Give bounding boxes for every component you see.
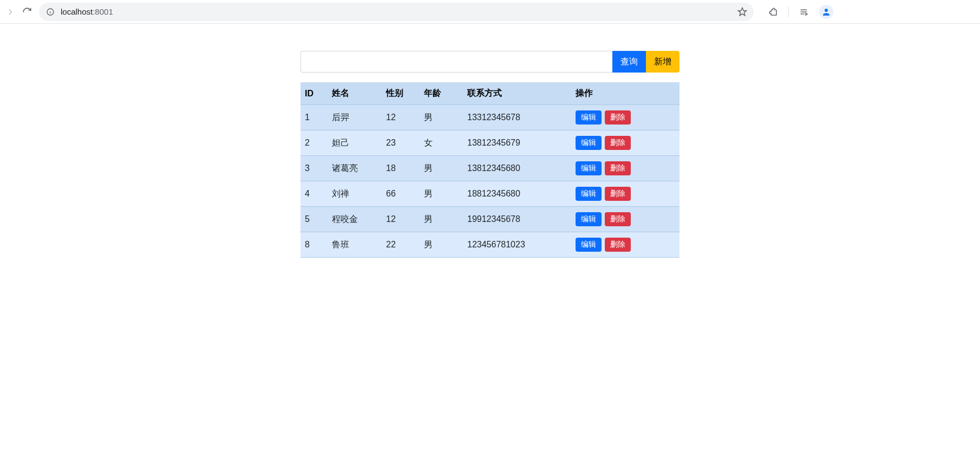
edit-button[interactable]: 编辑 [576, 136, 602, 150]
delete-button[interactable]: 删除 [605, 187, 631, 201]
col-actions-header: 操作 [571, 82, 680, 105]
cell-actions: 编辑删除 [571, 232, 680, 258]
edit-button[interactable]: 编辑 [576, 161, 602, 175]
cell-contact: 13312345678 [463, 105, 571, 130]
table-header: ID 姓名 性别 年龄 联系方式 操作 [300, 82, 680, 105]
cell-actions: 编辑删除 [571, 181, 680, 207]
site-info-icon[interactable] [45, 7, 55, 17]
edit-button[interactable]: 编辑 [576, 238, 602, 252]
cell-id: 5 [300, 207, 328, 232]
address-bar[interactable]: localhost:8001 [39, 3, 754, 21]
cell-age: 男 [420, 156, 463, 181]
cell-gender: 18 [382, 156, 420, 181]
cell-contact: 123456781023 [463, 232, 571, 258]
table-row: 1后羿12男13312345678编辑删除 [300, 105, 680, 130]
search-bar: 查询 新增 [300, 51, 680, 73]
bookmark-star-icon[interactable] [737, 7, 747, 17]
cell-name: 诸葛亮 [328, 156, 382, 181]
cell-gender: 12 [382, 105, 420, 130]
cell-actions: 编辑删除 [571, 130, 680, 156]
reload-button[interactable] [22, 6, 32, 17]
cell-name: 鲁班 [328, 232, 382, 258]
cell-id: 2 [300, 130, 328, 156]
table-row: 5程咬金12男19912345678编辑删除 [300, 207, 680, 232]
table-row: 4刘禅66男18812345680编辑删除 [300, 181, 680, 207]
query-button[interactable]: 查询 [612, 51, 646, 73]
browser-toolbar: localhost:8001 [0, 0, 980, 24]
cell-name: 程咬金 [328, 207, 382, 232]
table-row: 3诸葛亮18男13812345680编辑删除 [300, 156, 680, 181]
forward-button[interactable] [5, 7, 15, 17]
cell-actions: 编辑删除 [571, 105, 680, 130]
col-id-header: ID [300, 82, 328, 105]
profile-avatar[interactable] [819, 5, 833, 19]
toolbar-separator [788, 6, 789, 17]
cell-contact: 18812345680 [463, 181, 571, 207]
delete-button[interactable]: 删除 [605, 161, 631, 175]
cell-gender: 12 [382, 207, 420, 232]
cell-contact: 13812345679 [463, 130, 571, 156]
delete-button[interactable]: 删除 [605, 238, 631, 252]
cell-name: 妲己 [328, 130, 382, 156]
cell-contact: 19912345678 [463, 207, 571, 232]
cell-age: 男 [420, 207, 463, 232]
cell-actions: 编辑删除 [571, 207, 680, 232]
table-row: 2妲己23女13812345679编辑删除 [300, 130, 680, 156]
col-gender-header: 性别 [382, 82, 420, 105]
browser-toolbar-actions [760, 5, 837, 19]
edit-button[interactable]: 编辑 [576, 110, 602, 125]
col-name-header: 姓名 [328, 82, 382, 105]
cell-name: 后羿 [328, 105, 382, 130]
cell-gender: 23 [382, 130, 420, 156]
main-container: 查询 新增 ID 姓名 性别 年龄 联系方式 操作 1后羿12男13312345… [300, 51, 680, 258]
col-age-header: 年龄 [420, 82, 463, 105]
cell-gender: 22 [382, 232, 420, 258]
cell-id: 8 [300, 232, 328, 258]
cell-actions: 编辑删除 [571, 156, 680, 181]
delete-button[interactable]: 删除 [605, 212, 631, 226]
data-table: ID 姓名 性别 年龄 联系方式 操作 1后羿12男13312345678编辑删… [300, 82, 680, 258]
col-contact-header: 联系方式 [463, 82, 571, 105]
edit-button[interactable]: 编辑 [576, 187, 602, 201]
add-button[interactable]: 新增 [646, 51, 680, 73]
cell-age: 男 [420, 181, 463, 207]
table-row: 8鲁班22男123456781023编辑删除 [300, 232, 680, 258]
svg-point-7 [825, 9, 828, 12]
cell-id: 4 [300, 181, 328, 207]
cell-contact: 13812345680 [463, 156, 571, 181]
cell-name: 刘禅 [328, 181, 382, 207]
extensions-icon[interactable] [768, 6, 779, 17]
cell-age: 男 [420, 105, 463, 130]
cell-age: 男 [420, 232, 463, 258]
page-content: 查询 新增 ID 姓名 性别 年龄 联系方式 操作 1后羿12男13312345… [0, 24, 980, 258]
media-control-icon[interactable] [799, 6, 809, 17]
cell-id: 1 [300, 105, 328, 130]
cell-id: 3 [300, 156, 328, 181]
delete-button[interactable]: 删除 [605, 110, 631, 125]
search-input[interactable] [300, 51, 612, 73]
table-body: 1后羿12男13312345678编辑删除2妲己23女13812345679编辑… [300, 105, 680, 258]
svg-marker-3 [739, 8, 747, 15]
delete-button[interactable]: 删除 [605, 136, 631, 150]
url-text: localhost:8001 [61, 7, 113, 16]
cell-gender: 66 [382, 181, 420, 207]
url-path: :8001 [93, 7, 113, 16]
edit-button[interactable]: 编辑 [576, 212, 602, 226]
cell-age: 女 [420, 130, 463, 156]
url-host: localhost [61, 7, 93, 16]
